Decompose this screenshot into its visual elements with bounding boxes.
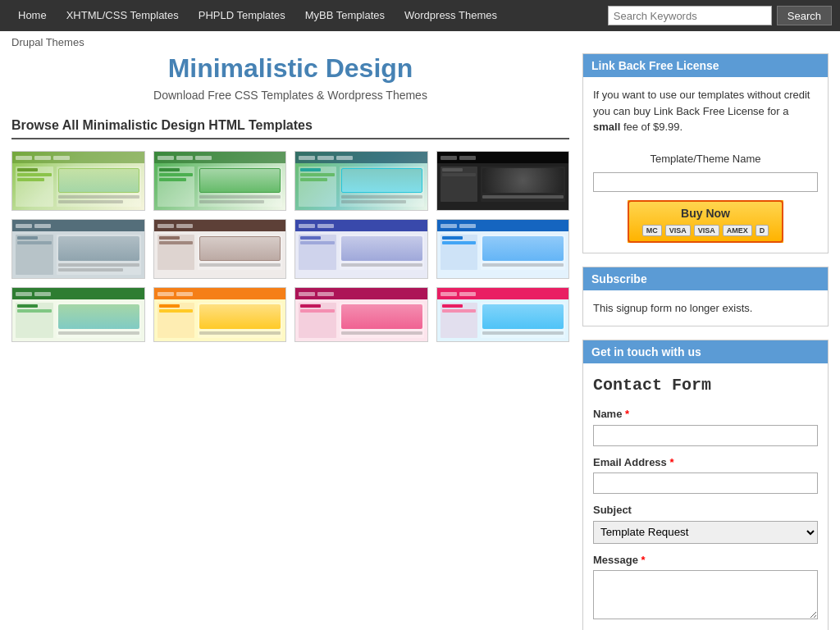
- contact-box: Get in touch with us Contact Form Name *…: [582, 340, 829, 630]
- template-thumb[interactable]: [11, 219, 145, 279]
- page-layout: Minimalistic Design Download Free CSS Te…: [0, 53, 840, 630]
- browse-heading: Browse All Minimalistic Design HTML Temp…: [11, 118, 569, 139]
- template-thumb[interactable]: [11, 151, 145, 211]
- message-textarea[interactable]: [593, 570, 818, 619]
- nav-wordpress[interactable]: Wordpress Themes: [395, 0, 507, 31]
- email-input[interactable]: [593, 472, 818, 494]
- contact-form-title: Contact Form: [593, 373, 818, 398]
- amex-icon: AMEX: [723, 225, 752, 236]
- template-thumb[interactable]: [294, 151, 428, 211]
- subject-field-group: Subject Template Request General Inquiry…: [593, 502, 818, 544]
- nav-home[interactable]: Home: [8, 0, 57, 31]
- main-content: Minimalistic Design Download Free CSS Te…: [11, 53, 569, 630]
- payment-icons: MC VISA VISA AMEX D: [642, 225, 769, 236]
- discover-icon: D: [756, 225, 769, 236]
- template-thumb[interactable]: [436, 219, 570, 279]
- visa2-icon: VISA: [694, 225, 719, 236]
- license-box-content: If you want to use our templates without…: [583, 77, 828, 253]
- template-thumb[interactable]: [436, 287, 570, 342]
- template-thumb[interactable]: [294, 219, 428, 279]
- message-field-group: Message *: [593, 552, 818, 624]
- nav-mybb[interactable]: MyBB Templates: [295, 0, 395, 31]
- template-thumb[interactable]: [153, 151, 287, 211]
- name-required: *: [625, 408, 629, 420]
- template-thumb[interactable]: [294, 287, 428, 342]
- email-required: *: [669, 456, 673, 468]
- template-name-label: Template/Theme Name: [593, 151, 818, 167]
- sidebar: Link Back Free License If you want to us…: [582, 53, 829, 630]
- template-thumb[interactable]: [436, 151, 570, 211]
- message-required: *: [641, 554, 646, 566]
- nav-links: Home XHTML/CSS Templates PHPLD Templates…: [8, 0, 507, 31]
- subscribe-box: Subscribe This signup form no longer exi…: [582, 267, 829, 327]
- email-field-group: Email Address *: [593, 454, 818, 495]
- message-label: Message *: [593, 552, 818, 568]
- template-name-input[interactable]: [593, 172, 818, 192]
- subscribe-text: This signup form no longer exists.: [593, 300, 818, 317]
- template-grid: [11, 151, 569, 342]
- top-navigation: Home XHTML/CSS Templates PHPLD Templates…: [0, 0, 840, 31]
- subject-select[interactable]: Template Request General Inquiry Bug Rep…: [593, 521, 818, 544]
- contact-box-title: Get in touch with us: [583, 340, 828, 363]
- buy-now-button[interactable]: Buy Now MC VISA VISA AMEX D: [628, 200, 784, 243]
- template-thumb[interactable]: [11, 287, 145, 342]
- license-text: If you want to use our templates without…: [593, 87, 818, 135]
- license-box-title: Link Back Free License: [583, 54, 828, 77]
- name-label: Name *: [593, 406, 818, 422]
- email-label: Email Address *: [593, 454, 818, 471]
- visa-icon: VISA: [665, 225, 691, 236]
- site-title: Minimalistic Design: [11, 53, 569, 84]
- template-thumb[interactable]: [153, 287, 287, 342]
- site-subtitle: Download Free CSS Templates & Wordpress …: [11, 89, 569, 102]
- name-field-group: Name *: [593, 406, 818, 446]
- nav-phpld[interactable]: PHPLD Templates: [189, 0, 295, 31]
- search-area: Search: [608, 6, 832, 25]
- license-box: Link Back Free License If you want to us…: [582, 53, 829, 253]
- subscribe-box-content: This signup form no longer exists.: [583, 290, 828, 326]
- contact-box-content: Contact Form Name * Email Address *: [583, 363, 828, 630]
- search-input[interactable]: [608, 6, 772, 25]
- nav-xhtml-css[interactable]: XHTML/CSS Templates: [57, 0, 189, 31]
- name-input[interactable]: [593, 425, 818, 446]
- subject-label: Subject: [593, 502, 818, 518]
- search-button[interactable]: Search: [777, 6, 832, 25]
- template-thumb[interactable]: [153, 219, 287, 279]
- breadcrumb-text: Drupal Themes: [11, 36, 84, 48]
- mc-icon: MC: [642, 225, 662, 236]
- breadcrumb: Drupal Themes: [0, 31, 840, 53]
- subscribe-box-title: Subscribe: [583, 267, 828, 290]
